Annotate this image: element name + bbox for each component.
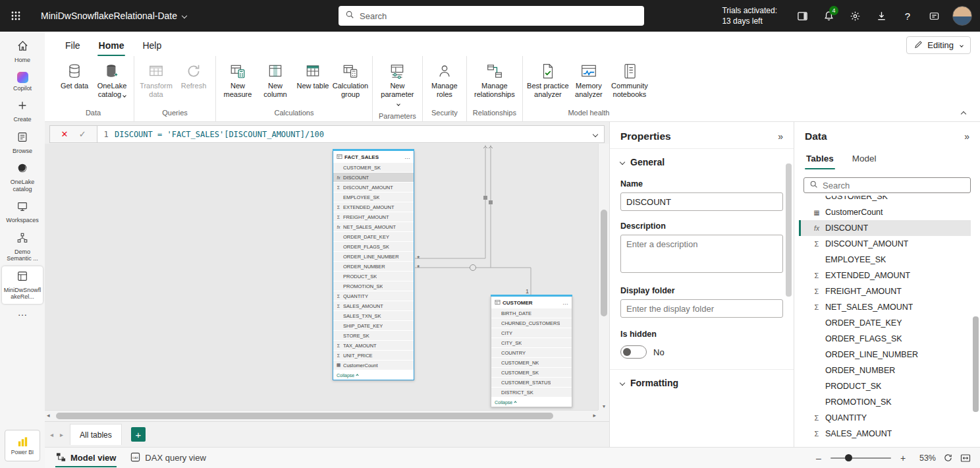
scrollbar-thumb[interactable] [56,413,553,419]
data-field-row[interactable]: Σ FREIGHT_AMOUNT [799,283,971,299]
field-row[interactable]: ORDER_FLAGS_SK [333,242,414,251]
help-icon[interactable]: ? [896,4,919,28]
sidebar-item-home[interactable]: Home [2,36,43,67]
canvas-vertical-scrollbar[interactable]: ▾ [598,144,609,410]
tab-home[interactable]: Home [90,35,133,56]
field-row[interactable]: CUSTOMER_SK [333,163,414,172]
memory-analyzer-button[interactable]: Memory analyzer [570,59,607,102]
field-row[interactable]: BIRTH_DATE [491,308,572,318]
name-field[interactable] [620,192,783,211]
table-more-menu-icon[interactable]: … [404,154,410,160]
sidebar-item-workspaces[interactable]: Workspaces [2,196,43,227]
zoom-slider[interactable] [830,457,891,459]
manage-roles-button[interactable]: Manage roles [426,59,463,102]
tab-tables[interactable]: Tables [805,150,835,169]
notifications-bell-icon[interactable]: 4 [817,4,840,28]
field-row[interactable]: fx NET_SALES_AMOUNT [333,222,414,231]
display-folder-field[interactable] [620,299,783,318]
calculation-group-button[interactable]: Calculation group [332,59,369,102]
field-row[interactable]: SHIP_DATE_KEY [333,321,414,330]
table-more-menu-icon[interactable]: … [562,299,568,306]
tab-all-tables[interactable]: All tables [70,424,122,445]
data-field-row[interactable]: ▦ CustomerCount [799,204,971,220]
field-row[interactable]: ▦ CustomerCount [333,361,414,370]
data-field-row[interactable]: ORDER_DATE_KEY [799,315,971,331]
fit-to-screen-icon[interactable] [960,453,971,463]
field-row[interactable]: ORDER_NUMBER [333,262,414,271]
field-row[interactable]: COUNTRY [491,348,572,357]
transform-data-button[interactable]: Transform data [138,59,175,102]
onelake-catalog-button[interactable]: OneLake catalog [94,59,130,102]
field-row[interactable]: Σ DISCOUNT_AMOUNT [333,183,414,192]
collapse-panel-icon[interactable]: » [778,131,783,142]
new-table-button[interactable]: New table [294,59,331,93]
field-row[interactable]: SALES_TXN_SK [333,311,414,320]
description-field[interactable] [620,235,783,273]
sidebar-item-create[interactable]: Create [2,96,43,127]
settings-gear-icon[interactable] [843,4,867,28]
data-field-row[interactable]: PRODUCT_SK [799,378,971,394]
new-column-button[interactable]: New column [257,59,294,102]
dax-formula-input[interactable]: 1 DISCOUNT = 'FACT_SALES'[DISCOUNT_AMOUN… [97,125,605,143]
best-practice-analyzer-button[interactable]: Best practice analyzer [526,59,570,102]
field-row[interactable]: PROMOTION_SK [333,281,414,291]
next-tab-icon[interactable]: ▸ [60,431,63,438]
new-measure-button[interactable]: New measure [219,59,256,102]
field-row[interactable]: Σ QUANTITY [333,291,414,301]
field-row[interactable]: ORDER_DATE_KEY [333,232,414,241]
powerbi-logo[interactable]: Power BI [5,430,40,461]
data-field-row[interactable]: Σ EXTENDED_AMOUNT [799,268,971,283]
data-search-input[interactable] [823,181,965,190]
is-hidden-toggle[interactable] [620,345,647,359]
zoom-out-icon[interactable]: – [814,453,823,463]
data-field-row[interactable]: PROMOTION_SK [799,394,971,410]
sidebar-item-current-model[interactable]: MiniDwSnowflakeRel... [2,266,43,304]
table-card-customer[interactable]: CUSTOMER … BIRTH_DATE CHURNED_CUSTOMERS … [491,296,572,407]
data-field-row[interactable]: ORDER_LINE_NUMBER [799,347,971,363]
scroll-left-icon[interactable]: ◂ [47,412,50,419]
field-row[interactable]: CUSTOMER_STATUS [491,378,572,387]
sidebar-item-onelake-catalog[interactable]: OneLake catalog [2,158,43,196]
field-row[interactable]: DISTRICT_SK [491,388,572,397]
scrollbar-thumb[interactable] [601,210,607,316]
dax-query-view-button[interactable]: DAX DAX query view [123,448,213,468]
sidebar-item-browse[interactable]: Browse [2,127,43,158]
zoom-in-icon[interactable]: + [898,453,908,463]
document-title-dropdown[interactable]: MiniDwSnowflakeRelational-Date [41,11,186,21]
tab-file[interactable]: File [57,35,89,56]
app-launcher-icon[interactable] [0,0,32,32]
manage-relationships-button[interactable]: Manage relationships [473,59,516,102]
scroll-right-icon[interactable]: ▸ [593,412,596,419]
field-row[interactable]: PRODUCT_SK [333,272,414,281]
data-field-row[interactable]: Σ SALES_AMOUNT [799,426,971,442]
feedback-icon[interactable] [922,4,946,28]
field-row[interactable]: fx DISCOUNT [333,173,414,182]
scroll-down-icon[interactable]: ▾ [599,403,609,409]
sidebar-item-copilot[interactable]: Copilot [2,68,43,96]
data-field-row[interactable]: ORDER_NUMBER [799,363,971,378]
model-diagram-canvas[interactable]: * * 1 FACT_SALES … CUSTOMER_SK fx DISCOU… [45,144,598,410]
data-field-row[interactable]: EMPLOYEE_SK [799,252,971,268]
field-row[interactable]: Σ TAX_AMOUNT [333,341,414,350]
model-view-button[interactable]: Model view [49,448,123,468]
cancel-formula-icon[interactable]: ✕ [61,129,68,139]
commit-formula-icon[interactable]: ✓ [79,129,86,139]
field-row[interactable]: CUSTOMER_NK [491,358,572,367]
data-field-row[interactable]: fx DISCOUNT [799,220,971,236]
data-field-row[interactable]: Σ DISCOUNT_AMOUNT [799,236,971,252]
zoom-slider-thumb[interactable] [845,454,852,461]
expand-formula-bar-icon[interactable] [587,132,604,136]
field-row[interactable]: CHURNED_CUSTOMERS [491,318,572,328]
field-row[interactable]: Σ SALES_AMOUNT [333,301,414,310]
properties-scrollbar-thumb[interactable] [786,163,792,297]
refresh-button[interactable]: Refresh [175,59,212,93]
collapse-panel-icon[interactable]: » [964,131,969,142]
data-field-row[interactable]: CUSTOMER_SK [799,196,971,204]
user-avatar[interactable] [952,6,972,26]
new-parameter-button[interactable]: New parameter [379,59,416,110]
data-field-row[interactable]: Σ QUANTITY [799,410,971,426]
collapse-table-link[interactable]: Collapse [491,397,572,407]
sidebar-item-demo-semantic[interactable]: Demo Semantic ... [2,228,43,266]
search-input[interactable] [360,11,638,21]
side-panel-toggle-icon[interactable] [790,4,814,28]
